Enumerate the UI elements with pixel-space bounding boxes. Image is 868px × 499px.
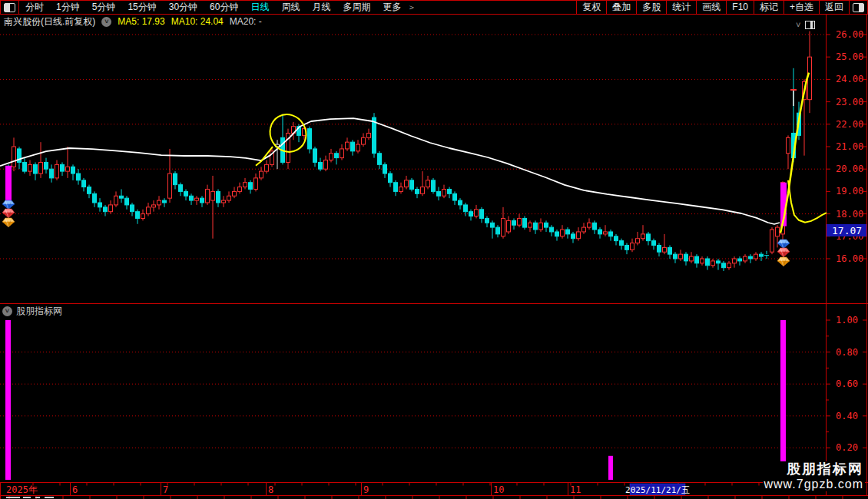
- svg-text:23.00: 23.00: [836, 97, 863, 107]
- panel-chevron-icon[interactable]: ˅: [796, 20, 800, 29]
- svg-text:24.00: 24.00: [836, 74, 863, 84]
- svg-text:2025/11/21/五: 2025/11/21/五: [625, 485, 690, 495]
- svg-text:21.00: 21.00: [836, 141, 863, 152]
- last-price-tag: 17.07: [827, 224, 866, 236]
- svg-text:7: 7: [163, 484, 168, 495]
- svg-text:22.00: 22.00: [836, 119, 863, 130]
- svg-text:0.40: 0.40: [836, 411, 858, 421]
- sub-indicator-name: 股朋指标网: [16, 305, 62, 318]
- watermark: 股朋指标网 www.7gpzb.com: [763, 461, 866, 491]
- svg-text:0.60: 0.60: [836, 378, 858, 389]
- sub-indicator-header: ˅ 股朋指标网: [2, 306, 62, 317]
- trading-app-window: 分时1分钟5分钟15分钟30分钟60分钟日线周线月线多周期更多＞ 复权叠加多股统…: [0, 0, 868, 499]
- diamond-markers: [2, 200, 790, 266]
- svg-text:18.00: 18.00: [836, 209, 863, 220]
- svg-text:11: 11: [570, 484, 581, 495]
- svg-text:16.00: 16.00: [836, 253, 863, 264]
- watermark-title: 股朋指标网: [764, 461, 864, 477]
- white-tick-marker: [790, 90, 797, 106]
- svg-text:9: 9: [363, 484, 369, 495]
- svg-text:2025年: 2025年: [6, 484, 38, 495]
- chart-canvas[interactable]: 26.0025.0024.0023.0022.0021.0020.0019.00…: [0, 0, 868, 499]
- sub-collapse-chevron-icon[interactable]: ˅: [2, 306, 12, 316]
- svg-text:8: 8: [268, 484, 273, 495]
- price-gridlines: 26.0025.0024.0023.0022.0021.0020.0019.00…: [0, 29, 866, 264]
- panel-window-icon[interactable]: [805, 21, 815, 29]
- sub-gridlines: 1.000.800.600.400.20: [0, 315, 866, 464]
- signal-bars-sub: [5, 320, 786, 480]
- svg-text:10: 10: [493, 484, 504, 495]
- date-axis: 2025年67891011: [6, 483, 843, 499]
- svg-text:1.00: 1.00: [836, 315, 858, 326]
- svg-text:26.00: 26.00: [836, 29, 863, 40]
- date-tag: 2025/11/21/五: [625, 484, 690, 495]
- svg-text:25.00: 25.00: [836, 51, 863, 62]
- svg-text:6: 6: [72, 484, 78, 495]
- panel-frame: [0, 15, 868, 499]
- svg-text:17.07: 17.07: [832, 225, 862, 236]
- watermark-url: www.7gpzb.com: [764, 477, 864, 491]
- svg-text:0.80: 0.80: [836, 347, 858, 358]
- svg-text:19.00: 19.00: [836, 186, 863, 197]
- panel-corner-controls: ˅: [796, 20, 815, 29]
- svg-text:0.20: 0.20: [836, 442, 858, 453]
- svg-text:20.00: 20.00: [836, 164, 863, 174]
- ma-line-white: [0, 118, 780, 224]
